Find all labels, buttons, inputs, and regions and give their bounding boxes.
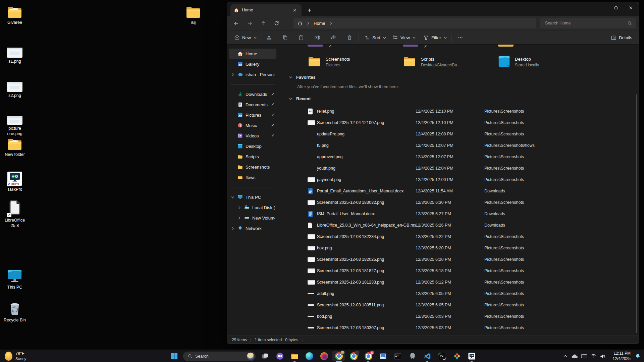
cut-button[interactable]	[263, 33, 275, 43]
minimize-button[interactable]	[594, 2, 608, 13]
wifi-icon[interactable]	[589, 351, 598, 361]
sort-button[interactable]: Sort	[361, 33, 389, 43]
paste-button[interactable]	[295, 33, 308, 43]
desktop-icon-this-pc[interactable]: This PC	[2, 267, 28, 290]
close-button[interactable]	[623, 2, 638, 13]
delete-button[interactable]	[343, 33, 356, 43]
taskbar-app-chat[interactable]	[272, 350, 287, 362]
file-row[interactable]: Screenshot 2025-12-03 182025.png12/3/202…	[278, 254, 633, 265]
maximize-button[interactable]	[608, 2, 623, 13]
chevron-right-icon[interactable]	[237, 216, 241, 220]
chevron-right-icon[interactable]	[237, 206, 241, 209]
favorites-section-header[interactable]: Favorites	[289, 75, 316, 80]
breadcrumb[interactable]: Home	[293, 18, 536, 28]
taskbar-app-vscode[interactable]	[420, 350, 435, 362]
sidebar-item-new-volume-d[interactable]: New Volume (D:)	[229, 213, 276, 223]
file-row[interactable]: box.png12/3/2025 6:20 PMPictures\Screens…	[278, 242, 633, 254]
rename-button[interactable]	[311, 33, 324, 43]
sidebar-item-downloads[interactable]: Downloads	[229, 89, 276, 99]
forward-button[interactable]	[244, 18, 255, 28]
file-row[interactable]: Screenshot 2025-12-03 182234.png12/3/202…	[278, 231, 633, 242]
desktop-icon-isij[interactable]: isij	[180, 3, 206, 25]
file-row[interactable]: f5.png12/4/2025 12:07 PMPictures\Screens…	[278, 140, 633, 151]
tab-home[interactable]: Home	[230, 4, 302, 16]
desktop-icon-new-folder[interactable]: New folder	[2, 135, 28, 158]
file-row[interactable]: Screenshot 2025-12-03 180511.png12/3/202…	[278, 299, 633, 311]
touch-keyboard-icon[interactable]	[580, 351, 588, 361]
home-tile-screenshots[interactable]: ScreenshotsPictures	[308, 53, 350, 71]
home-tile-scripts[interactable]: ScriptsDesktop\Givaree\Ba...	[403, 53, 460, 71]
sidebar-item-documents[interactable]: Documents	[229, 100, 276, 110]
hidden-icons-chevron-icon[interactable]	[561, 351, 570, 361]
sidebar-item-home[interactable]: Home	[229, 49, 276, 59]
file-row[interactable]: adult.png12/3/2025 6:05 PMPictures\Scree…	[278, 288, 633, 299]
taskbar-app-postgresql[interactable]	[405, 350, 420, 362]
sidebar-item-music[interactable]: Music	[229, 120, 276, 130]
breadcrumb-home-icon[interactable]	[298, 21, 303, 26]
more-options-button[interactable]	[454, 33, 467, 43]
recent-section-header[interactable]: Recent	[289, 96, 311, 101]
filter-button[interactable]: Filter	[420, 33, 450, 43]
sidebar-item-flows[interactable]: flows	[229, 172, 276, 182]
volume-icon[interactable]	[598, 351, 607, 361]
desktop-icon-picture-one-png[interactable]: picture one.png	[2, 109, 28, 136]
breadcrumb-segment[interactable]: Home	[314, 21, 325, 26]
sidebar-item-desktop[interactable]: Desktop	[229, 141, 276, 151]
onedrive-tray-icon[interactable]	[570, 351, 579, 361]
chevron-right-icon[interactable]	[329, 21, 333, 25]
chevron-down-icon[interactable]	[289, 97, 292, 101]
taskbar-app-terminal[interactable]: C:\	[390, 350, 405, 362]
file-row[interactable]: ISIJ_Portal_User_Manual.docx12/3/2025 6:…	[278, 208, 633, 220]
taskbar-app-taskpro[interactable]: TaskPro	[464, 350, 479, 362]
file-row[interactable]: relief.png12/4/2025 12:10 PMPictures\Scr…	[278, 106, 633, 117]
copy-button[interactable]	[279, 33, 291, 43]
file-row[interactable]: payment.png12/4/2025 12:00 PMPictures\Sc…	[278, 174, 633, 185]
desktop-icon-libreoffice-25-8[interactable]: LibreOffice 25.8	[2, 200, 28, 228]
file-row[interactable]: Screenshot 2025-12-03 183032.png12/3/202…	[278, 197, 633, 208]
taskbar-app-firefox[interactable]	[317, 350, 331, 362]
taskbar-app-chrome-profile-2[interactable]	[346, 350, 361, 362]
desktop-icon-givaree[interactable]: Givaree	[2, 3, 28, 25]
taskbar-app-pycharm[interactable]: PC	[435, 350, 449, 362]
file-row[interactable]: Screenshot 2025-12-03 180307.png12/3/202…	[278, 322, 633, 334]
sidebar-item-gallery[interactable]: Gallery	[229, 59, 276, 69]
clock[interactable]: 12:11 PM 12/4/2025	[610, 351, 631, 361]
sidebar-item-screenshots[interactable]: Screenshots	[229, 162, 276, 172]
taskbar-app-chrome-profile-3[interactable]: S	[361, 350, 376, 362]
back-button[interactable]	[230, 18, 242, 28]
file-row[interactable]: Portal_Email_Automations_User_Manual.doc…	[278, 185, 633, 197]
vertical-scrollbar[interactable]	[636, 94, 637, 333]
new-tab-button[interactable]	[306, 6, 313, 14]
search-input[interactable]	[544, 20, 627, 26]
desktop-icon-recycle-bin[interactable]: Recycle Bin	[2, 300, 28, 323]
refresh-button[interactable]	[271, 18, 282, 28]
sidebar-item-pictures[interactable]: Pictures	[229, 110, 276, 120]
home-tile-desktop[interactable]: DesktopStored locally	[498, 53, 539, 71]
file-row[interactable]: Screenshot 2025-12-03 181827.png12/3/202…	[278, 265, 633, 277]
chevron-down-icon[interactable]	[289, 75, 292, 79]
desktop-icon-s2-png[interactable]: s2.png	[2, 76, 28, 99]
chevron-right-icon[interactable]	[230, 73, 235, 76]
taskbar-app-photo-viewer[interactable]	[376, 350, 390, 362]
tab-close-icon[interactable]	[291, 6, 298, 14]
chevron-right-icon[interactable]	[230, 227, 235, 230]
desktop-icon-s1-png[interactable]: s1.png	[2, 42, 28, 64]
taskbar-app-task-view[interactable]	[258, 350, 272, 362]
chevron-right-icon[interactable]	[306, 21, 310, 25]
file-row[interactable]: Screenshot 2025-12-04 121007.png12/4/202…	[278, 117, 633, 128]
chevron-down-icon[interactable]	[230, 195, 235, 199]
taskbar-app-git-extensions[interactable]	[449, 350, 464, 362]
weather-widget[interactable]: 78°F Sunny	[5, 351, 26, 362]
taskbar-search[interactable]: Search	[183, 352, 256, 361]
file-row[interactable]: LibreOffice_25.8.3_Win_x86-64_helppack_e…	[278, 220, 633, 231]
taskbar-app-edge[interactable]	[302, 350, 317, 362]
sidebar-item-scripts[interactable]: Scripts	[229, 152, 276, 162]
search-box[interactable]	[540, 18, 636, 28]
file-row[interactable]: bod.png12/3/2025 6:03 PMPictures\Screens…	[278, 311, 633, 322]
taskbar-app-file-explorer[interactable]	[287, 350, 302, 362]
sidebar-item-network[interactable]: Network	[229, 223, 276, 233]
file-row[interactable]: updatePro.png12/4/2025 12:08 PMPictures\…	[278, 128, 633, 140]
sidebar-item-local-disk-c[interactable]: Local Disk (C:)	[229, 202, 276, 213]
start-button[interactable]	[167, 350, 181, 362]
taskbar-app-chrome-profile-1[interactable]	[331, 350, 346, 362]
